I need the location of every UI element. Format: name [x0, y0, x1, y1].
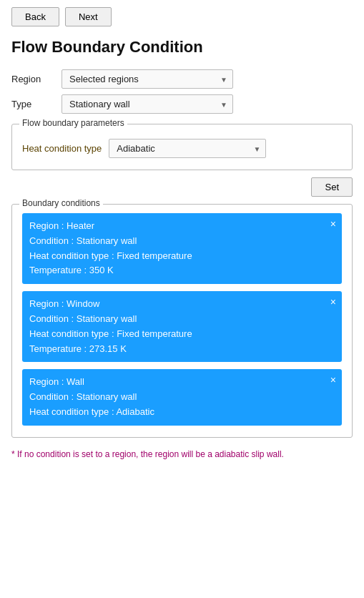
card-line: Heat condition type : Fixed temperature	[29, 249, 322, 264]
card-line: Temperature : 350 K	[29, 263, 322, 278]
region-select[interactable]: Selected regions	[62, 69, 233, 89]
condition-card: ×Region : WindowCondition : Stationary w…	[22, 291, 342, 362]
set-row: Set	[11, 177, 353, 197]
footnote: * If no condition is set to a region, th…	[11, 448, 353, 461]
heat-select[interactable]: Adiabatic	[109, 139, 266, 158]
card-line: Condition : Stationary wall	[29, 312, 322, 327]
close-icon[interactable]: ×	[330, 297, 336, 307]
card-line: Temperature : 273.15 K	[29, 342, 322, 357]
type-label: Type	[11, 99, 62, 109]
card-line: Heat condition type : Fixed temperature	[29, 327, 322, 342]
close-icon[interactable]: ×	[330, 375, 336, 385]
region-select-wrapper: Selected regions ▼	[62, 69, 233, 89]
cards-container: ×Region : HeaterCondition : Stationary w…	[22, 213, 342, 426]
toolbar: Back Next	[11, 7, 353, 26]
card-line: Condition : Stationary wall	[29, 234, 322, 249]
type-select-wrapper: Stationary wall ▼	[62, 94, 233, 114]
region-label: Region	[11, 74, 62, 84]
boundary-conditions-box: Boundary conditions ×Region : HeaterCond…	[11, 204, 353, 438]
card-line: Condition : Stationary wall	[29, 390, 322, 405]
flow-params-legend: Flow boundary parameters	[19, 118, 127, 128]
flow-params-box: Flow boundary parameters Heat condition …	[11, 124, 353, 170]
condition-card: ×Region : WallCondition : Stationary wal…	[22, 369, 342, 425]
heat-label: Heat condition type	[22, 143, 102, 154]
card-line: Region : Heater	[29, 219, 322, 234]
card-line: Region : Window	[29, 297, 322, 312]
condition-card: ×Region : HeaterCondition : Stationary w…	[22, 213, 342, 284]
set-button[interactable]: Set	[311, 177, 353, 197]
heat-select-wrapper: Adiabatic ▼	[109, 139, 266, 158]
boundary-legend: Boundary conditions	[19, 198, 103, 208]
region-row: Region Selected regions ▼	[11, 69, 353, 89]
close-icon[interactable]: ×	[330, 219, 336, 229]
type-select[interactable]: Stationary wall	[62, 94, 233, 114]
back-button[interactable]: Back	[11, 7, 59, 26]
card-line: Region : Wall	[29, 375, 322, 390]
type-row: Type Stationary wall ▼	[11, 94, 353, 114]
page-title: Flow Boundary Condition	[11, 38, 353, 57]
card-line: Heat condition type : Adiabatic	[29, 405, 322, 420]
heat-row: Heat condition type Adiabatic ▼	[22, 139, 342, 158]
next-button[interactable]: Next	[65, 7, 112, 26]
